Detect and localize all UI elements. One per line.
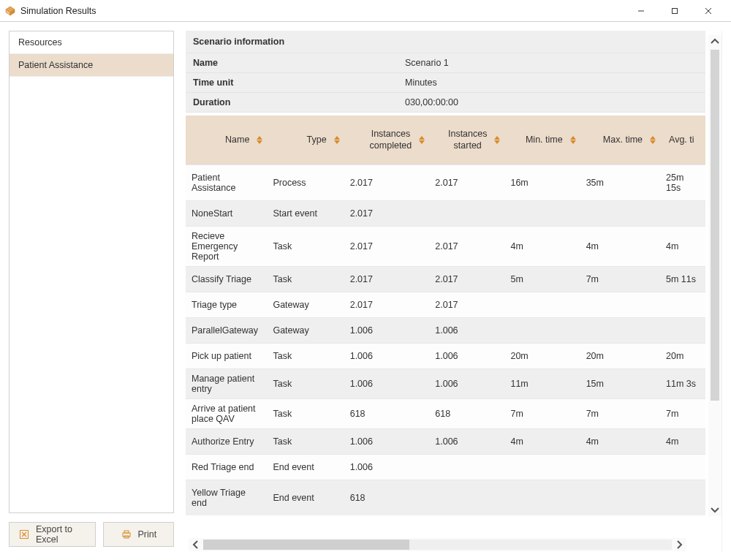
titlebar: Simulation Results — [0, 0, 731, 22]
scroll-thumb[interactable] — [711, 50, 719, 401]
col-label: Name — [225, 135, 249, 146]
scenario-row-name: Name Scenario 1 — [186, 53, 705, 73]
cell-name: ParallelGateway — [186, 318, 267, 344]
col-header-max-time[interactable]: Max. time — [580, 116, 660, 165]
results-table-wrap: Name Type Instancescompleted Instan — [186, 116, 705, 551]
col-header-min-time[interactable]: Min. time — [504, 116, 580, 165]
table-row: Triage typeGateway2.0172.017 — [186, 292, 705, 318]
cell-type: Process — [267, 165, 344, 201]
cell-type: Gateway — [267, 292, 344, 318]
table-row: Recieve Emergency ReportTask2.0172.0174m… — [186, 227, 705, 267]
cell-type: Task — [267, 267, 344, 292]
cell-type: Gateway — [267, 318, 344, 344]
cell-type: Task — [267, 399, 344, 429]
scenario-label: Name — [193, 58, 405, 68]
table-body: Patient AssistanceProcess2.0172.01716m35… — [186, 165, 705, 516]
print-button[interactable]: Print — [103, 522, 174, 547]
table-row: NoneStartStart event2.017 — [186, 201, 705, 227]
cell-min-time: 4m — [504, 429, 580, 455]
cell-instances-started: 1.006 — [429, 369, 504, 399]
scroll-down-arrow-icon[interactable] — [708, 503, 721, 516]
cell-instances-started — [429, 455, 504, 480]
cell-name: Red Triage end — [186, 455, 267, 480]
cell-instances-completed: 1.006 — [344, 344, 430, 369]
col-label: Type — [307, 135, 327, 146]
col-header-type[interactable]: Type — [267, 116, 344, 165]
scroll-left-arrow-icon[interactable] — [189, 538, 203, 551]
sidebar: Resources Patient Assistance Export to E… — [9, 31, 174, 551]
scenario-label: Duration — [193, 97, 405, 107]
col-label: Min. time — [526, 135, 563, 146]
col-header-instances-completed[interactable]: Instancescompleted — [344, 116, 430, 165]
sort-icon[interactable] — [494, 136, 500, 144]
scenario-info: Scenario information Name Scenario 1 Tim… — [186, 31, 705, 113]
svg-rect-9 — [124, 531, 129, 533]
cell-instances-completed: 1.006 — [344, 455, 430, 480]
cell-avg-time — [660, 455, 705, 480]
cell-instances-completed: 1.006 — [344, 429, 430, 455]
cell-instances-started: 1.006 — [429, 429, 504, 455]
close-button[interactable] — [692, 1, 725, 21]
col-header-instances-started[interactable]: Instancesstarted — [429, 116, 504, 165]
cell-min-time: 7m — [504, 399, 580, 429]
cell-max-time: 7m — [580, 399, 660, 429]
cell-instances-completed: 2.017 — [344, 292, 430, 318]
sidebar-item-label: Patient Assistance — [18, 60, 93, 70]
sort-icon[interactable] — [650, 136, 656, 144]
export-excel-icon — [18, 529, 30, 540]
cell-min-time — [504, 455, 580, 480]
cell-avg-time: 25m 15s — [660, 165, 705, 201]
scroll-right-arrow-icon[interactable] — [672, 538, 686, 551]
sidebar-item-resources[interactable]: Resources — [10, 31, 173, 54]
table-row: Red Triage endEnd event1.006 — [186, 455, 705, 480]
cell-instances-completed: 2.017 — [344, 227, 430, 267]
table-row: Arrive at patient place QAVTask6186187m7… — [186, 399, 705, 429]
vertical-scrollbar[interactable] — [708, 35, 721, 516]
cell-type: Task — [267, 369, 344, 399]
col-header-name[interactable]: Name — [186, 116, 267, 165]
cell-max-time: 20m — [580, 344, 660, 369]
cell-min-time: 20m — [504, 344, 580, 369]
cell-avg-time: 20m — [660, 344, 705, 369]
scroll-up-arrow-icon[interactable] — [708, 35, 721, 48]
cell-name: Pick up patient — [186, 344, 267, 369]
minimize-button[interactable] — [624, 1, 658, 21]
window-controls — [624, 1, 725, 21]
button-label: Print — [138, 529, 157, 540]
table-row: Classify TriageTask2.0172.0175m7m5m 11s — [186, 267, 705, 292]
cell-avg-time: 4m — [660, 227, 705, 267]
sidebar-item-patient-assistance[interactable]: Patient Assistance — [10, 54, 173, 77]
col-label: Instances — [448, 129, 488, 139]
sort-icon[interactable] — [570, 136, 576, 144]
cell-instances-completed: 2.017 — [344, 267, 430, 292]
cell-avg-time: 4m — [660, 429, 705, 455]
app-icon — [4, 5, 16, 17]
cell-instances-started: 1.006 — [429, 318, 504, 344]
col-label: completed — [370, 140, 412, 151]
table-row: Yellow Triage endEnd event618 — [186, 480, 705, 516]
sort-icon[interactable] — [419, 136, 425, 144]
export-to-excel-button[interactable]: Export to Excel — [9, 522, 96, 547]
scroll-thumb[interactable] — [203, 540, 409, 550]
cell-instances-completed: 2.017 — [344, 201, 430, 227]
cell-avg-time: 7m — [660, 399, 705, 429]
sort-icon[interactable] — [334, 136, 340, 144]
table-header-row: Name Type Instancescompleted Instan — [186, 116, 705, 165]
cell-min-time — [504, 318, 580, 344]
cell-max-time: 4m — [580, 429, 660, 455]
sort-icon[interactable] — [257, 136, 262, 144]
col-label: Instances — [371, 129, 411, 139]
cell-max-time: 4m — [580, 227, 660, 267]
table-row: Authorize EntryTask1.0061.0064m4m4m — [186, 429, 705, 455]
horizontal-scrollbar[interactable] — [189, 538, 686, 551]
scenario-value: 030,00:00:00 — [405, 97, 458, 107]
button-label: Export to Excel — [36, 524, 86, 545]
cell-instances-started: 618 — [429, 399, 504, 429]
cell-min-time: 4m — [504, 227, 580, 267]
maximize-button[interactable] — [658, 1, 692, 21]
col-header-avg-time[interactable]: Avg. ti — [660, 116, 705, 165]
cell-avg-time — [660, 318, 705, 344]
scenario-row-timeunit: Time unit Minutes — [186, 73, 705, 93]
scroll-track[interactable] — [203, 540, 672, 550]
cell-type: End event — [267, 480, 344, 516]
